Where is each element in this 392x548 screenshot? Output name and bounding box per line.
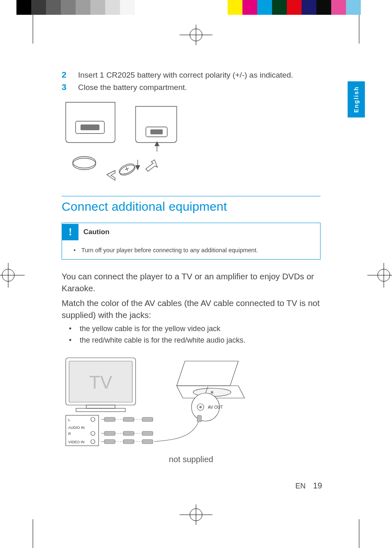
svg-rect-48 (142, 431, 153, 435)
svg-rect-52 (104, 440, 115, 444)
step-row: 3 Close the battery compartment. (62, 82, 321, 93)
video-in-label: VIDEO IN (68, 440, 85, 444)
svg-rect-53 (123, 440, 134, 444)
svg-marker-31 (136, 166, 140, 170)
svg-rect-47 (123, 431, 134, 435)
svg-rect-41 (123, 417, 134, 421)
svg-rect-35 (76, 408, 125, 412)
svg-point-39 (91, 440, 95, 444)
registration-mark-icon (180, 504, 212, 525)
footer-page-number: 19 (313, 481, 322, 490)
caution-label: Caution (83, 228, 109, 236)
tv-label: TV (89, 372, 113, 392)
svg-marker-29 (146, 160, 157, 171)
bullet-icon (74, 247, 76, 253)
registration-mark-icon (0, 263, 25, 288)
audio-r-label: R (68, 432, 71, 436)
registration-mark-icon (180, 25, 212, 45)
av-out-label: AV OUT (208, 405, 223, 410)
crop-mark-icon (29, 519, 37, 548)
printer-color-strip (16, 0, 376, 15)
section-title: Connect additional equipment (62, 200, 321, 214)
svg-marker-28 (107, 170, 115, 180)
svg-rect-64 (197, 415, 201, 422)
step-number: 2 (62, 70, 78, 80)
list-item: the yellow cable is for the yellow video… (80, 323, 321, 335)
body-bullet-list: the yellow cable is for the yellow video… (62, 323, 321, 346)
svg-rect-54 (142, 440, 153, 444)
svg-point-37 (91, 417, 95, 421)
section-rule (62, 196, 321, 196)
svg-point-38 (91, 431, 95, 435)
svg-rect-46 (104, 431, 115, 435)
crop-mark-icon (355, 15, 363, 44)
language-tab: English (348, 81, 365, 117)
page-footer: EN 19 (295, 481, 322, 490)
step-text: Insert 1 CR2025 battery with correct pol… (78, 70, 293, 81)
svg-rect-42 (142, 417, 153, 421)
list-item: the red/white cable is for the red/white… (80, 335, 321, 346)
caution-icon: ! (62, 224, 78, 240)
svg-point-62 (199, 406, 202, 408)
svg-rect-21 (150, 129, 163, 134)
audio-in-label: AUDIO IN (68, 426, 85, 430)
registration-mark-icon (367, 263, 392, 288)
step-text: Close the battery compartment. (78, 82, 187, 93)
crop-mark-icon (355, 519, 363, 548)
caution-text: Turn off your player before connecting t… (81, 247, 258, 253)
figure-caption: not supplied (62, 455, 321, 464)
svg-rect-17 (81, 124, 99, 130)
body-paragraph: Match the color of the AV cables (the AV… (62, 297, 321, 321)
language-tab-label: English (353, 86, 360, 113)
crop-mark-icon (29, 15, 37, 44)
caution-box: ! Caution Turn off your player before co… (62, 223, 321, 260)
audio-l-label: L (68, 418, 70, 422)
body-paragraph: You can connect the player to a TV or an… (62, 270, 321, 294)
svg-rect-40 (104, 417, 115, 421)
step-number: 3 (62, 82, 78, 92)
battery-compartment-illustration (62, 98, 321, 189)
svg-point-59 (211, 391, 213, 394)
connection-illustration: TV L AUDIO IN R VIDEO IN (62, 354, 321, 464)
svg-rect-34 (86, 405, 115, 408)
footer-language-code: EN (295, 482, 306, 490)
step-row: 2 Insert 1 CR2025 battery with correct p… (62, 70, 321, 81)
